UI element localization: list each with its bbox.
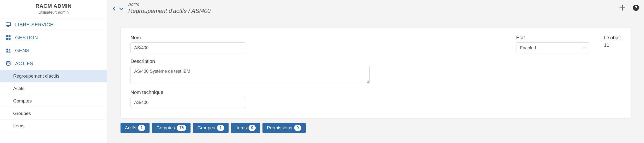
- main: Actifs Regroupement d'actifs / AS/400 ? …: [107, 0, 644, 143]
- tabs: Actifs 1 Comptes 75 Groupes 1 Items 0 Pe…: [120, 123, 631, 133]
- name-input[interactable]: [130, 42, 245, 53]
- field-name: Nom: [130, 35, 372, 53]
- field-description: Description: [130, 58, 372, 84]
- tab-label: Groupes: [197, 125, 215, 130]
- state-select[interactable]: Enabled: [516, 42, 589, 53]
- history-nav: [112, 6, 124, 12]
- techname-label: Nom technique: [130, 90, 372, 95]
- state-select-wrap: Enabled: [516, 42, 589, 53]
- tab-badge: 1: [217, 125, 224, 131]
- user-name: admin: [58, 10, 69, 14]
- dropdown-button[interactable]: [118, 6, 124, 12]
- sidebar: RACM ADMIN Utilisateur: admin LIBRE SERV…: [0, 0, 107, 143]
- tab-actifs[interactable]: Actifs 1: [120, 123, 150, 133]
- primary-nav: LIBRE SERVICE GESTION GENS ACTIFS Regrou…: [0, 18, 107, 132]
- description-textarea[interactable]: [130, 66, 370, 83]
- top-actions: ?: [619, 4, 640, 12]
- help-button[interactable]: ?: [632, 4, 640, 12]
- subnav-label: Regroupement d'actifs: [13, 74, 60, 79]
- subnav-item-items[interactable]: Items: [0, 120, 107, 132]
- objid-label: ID objet: [604, 35, 621, 40]
- dashboard-icon: [5, 35, 11, 40]
- subnav-item-regroupement[interactable]: Regroupement d'actifs: [0, 70, 107, 82]
- plus-icon: [619, 4, 626, 12]
- subnav-label: Comptes: [13, 98, 32, 104]
- svg-text:?: ?: [635, 5, 638, 10]
- add-button[interactable]: [619, 4, 626, 12]
- form-column: Nom Description Nom technique: [130, 35, 372, 108]
- field-objid: ID objet 11: [604, 35, 621, 108]
- help-icon: ?: [632, 4, 640, 12]
- user-prefix: Utilisateur:: [38, 10, 57, 14]
- tab-permissions[interactable]: Permissions 0: [262, 123, 306, 133]
- people-icon: [5, 48, 11, 54]
- subnav-item-groupes[interactable]: Groupes: [0, 107, 107, 120]
- field-state: État Enabled: [516, 35, 589, 108]
- objid-value: 11: [604, 42, 621, 48]
- tab-items[interactable]: Items 0: [231, 123, 260, 133]
- breadcrumb-parent: Actifs: [128, 2, 619, 7]
- sidebar-header: RACM ADMIN Utilisateur: admin: [0, 0, 107, 18]
- right-column: État Enabled ID objet 11: [516, 35, 621, 108]
- tab-badge: 0: [248, 125, 256, 131]
- subnav-label: Items: [13, 123, 24, 128]
- nav-label: GENS: [15, 48, 30, 54]
- field-techname: Nom technique: [130, 90, 372, 108]
- tab-label: Permissions: [267, 125, 292, 130]
- subnav-label: Groupes: [13, 111, 31, 116]
- nav-label: LIBRE SERVICE: [15, 22, 54, 28]
- breadcrumb: Actifs Regroupement d'actifs / AS/400: [128, 2, 619, 14]
- app-title: RACM ADMIN: [0, 3, 107, 9]
- tab-badge: 1: [138, 125, 145, 131]
- tab-comptes[interactable]: Comptes 75: [152, 123, 190, 133]
- nav-label: GESTION: [15, 35, 38, 40]
- user-line: Utilisateur: admin: [0, 10, 107, 15]
- back-button[interactable]: [112, 6, 117, 12]
- svg-rect-0: [6, 36, 8, 37]
- svg-point-4: [6, 48, 8, 50]
- monitor-icon: [5, 22, 11, 28]
- subnav-label: Actifs: [13, 86, 24, 91]
- detail-panel: Nom Description Nom technique État: [120, 28, 631, 118]
- tab-badge: 75: [177, 125, 186, 131]
- tab-label: Items: [236, 125, 246, 130]
- svg-rect-3: [8, 38, 10, 40]
- svg-point-5: [9, 49, 10, 50]
- svg-rect-2: [6, 38, 8, 40]
- name-label: Nom: [130, 35, 372, 40]
- svg-rect-1: [8, 36, 10, 37]
- tab-label: Comptes: [156, 125, 175, 130]
- techname-input[interactable]: [130, 97, 245, 108]
- nav-item-gens[interactable]: GENS: [0, 44, 107, 57]
- nav-label: ACTIFS: [15, 61, 33, 66]
- database-icon: [5, 60, 11, 66]
- breadcrumb-current: Regroupement d'actifs / AS/400: [128, 8, 619, 14]
- subnav-item-actifs[interactable]: Actifs: [0, 82, 107, 95]
- state-label: État: [516, 35, 589, 40]
- nav-item-libre-service[interactable]: LIBRE SERVICE: [0, 18, 107, 31]
- topbar: Actifs Regroupement d'actifs / AS/400 ?: [107, 0, 644, 17]
- tab-badge: 0: [294, 125, 301, 131]
- subnav-item-comptes[interactable]: Comptes: [0, 95, 107, 107]
- tab-groupes[interactable]: Groupes 1: [193, 123, 228, 133]
- description-label: Description: [130, 58, 372, 64]
- nav-item-gestion[interactable]: GESTION: [0, 31, 107, 44]
- svg-point-6: [6, 61, 10, 62]
- tab-label: Actifs: [125, 125, 136, 130]
- nav-item-actifs[interactable]: ACTIFS: [0, 57, 107, 70]
- content: Nom Description Nom technique État: [107, 17, 644, 143]
